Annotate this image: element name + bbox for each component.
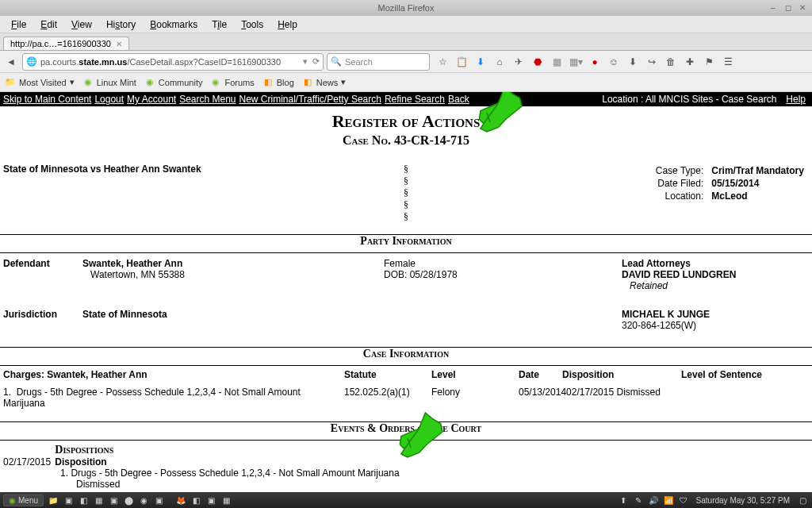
charge-row: 1. Drugs - 5th Degree - Possess Schedule…: [0, 383, 812, 412]
link-myaccount[interactable]: My Account: [127, 94, 176, 105]
search-input[interactable]: 🔍 Search: [327, 53, 430, 71]
rss-icon: ◧: [302, 77, 313, 88]
section-divider: §§§§§: [390, 164, 423, 223]
link-refine[interactable]: Refine Search: [385, 94, 445, 105]
taskbar-clock[interactable]: Saturday May 30, 5:27 PM: [693, 496, 793, 505]
app-icon[interactable]: ▦: [92, 494, 105, 506]
download2-icon[interactable]: ⬇: [626, 56, 639, 68]
defendant-demographics: Female DOB: 05/28/1978: [384, 258, 622, 291]
bookmark-most-visited[interactable]: 📁Most Visited ▾: [5, 77, 75, 88]
link-logout[interactable]: Logout: [94, 94, 124, 105]
bookmark-community[interactable]: ◉Community: [144, 77, 203, 88]
defendant-info: Swantek, Heather Ann Watertown, MN 55388: [82, 258, 384, 291]
files-icon[interactable]: 📁: [47, 494, 59, 506]
dropdown-icon[interactable]: ▾: [303, 56, 308, 67]
addon-icon[interactable]: ✚: [684, 56, 696, 68]
grid-icon[interactable]: ▦: [550, 56, 563, 68]
taskbar: ◉ Menu 📁 ▣ ◧ ▦ ▣ ⬤ ◉ ▣ 🦊 ◧ ▣ ▦ ⬆ ✎ 🔊 📶 🛡…: [0, 492, 812, 508]
tabbar: http://pa.c…=1616900330 ✕: [0, 33, 812, 51]
hamburger-icon[interactable]: ☰: [722, 56, 734, 68]
menu-history[interactable]: History: [100, 17, 142, 32]
tray-icon[interactable]: ⬆: [617, 494, 630, 506]
reload-icon[interactable]: ⟳: [312, 56, 320, 67]
flag-icon[interactable]: ⚑: [703, 56, 715, 68]
app-icon[interactable]: ▦: [220, 494, 232, 506]
arrow-icon[interactable]: ↪: [645, 56, 658, 68]
shield-icon[interactable]: 🛡: [677, 494, 690, 506]
jurisdiction: State of Minnesota: [82, 309, 384, 331]
menubar: File Edit View History Bookmarks Tile To…: [0, 16, 812, 33]
app-icon[interactable]: ⬤: [122, 494, 135, 506]
charges-header: Charges: Swantek, Heather Ann Statute Le…: [0, 366, 812, 383]
grid2-icon[interactable]: ▦▾: [569, 56, 582, 68]
minimize-icon[interactable]: –: [771, 3, 780, 13]
window-title: Mozilla Firefox: [378, 3, 435, 13]
page-content: Skip to Main Content Logout My Account S…: [0, 92, 812, 492]
bookmark-linux-mint[interactable]: ◉Linux Mint: [82, 77, 136, 88]
menu-tile[interactable]: Tile: [205, 17, 233, 32]
terminal-icon[interactable]: ▣: [62, 494, 75, 506]
firefox-icon[interactable]: 🦊: [174, 494, 187, 506]
lead-attorneys: Lead Attorneys DAVID REED LUNDGREN Retai…: [622, 258, 809, 291]
url-text: pa.courts.state.mn.us/CaseDetail.aspx?Ca…: [40, 57, 303, 67]
link-help[interactable]: Help: [786, 94, 806, 105]
app-icon[interactable]: ▣: [152, 494, 165, 506]
app-icon[interactable]: ◧: [190, 494, 202, 506]
clipboard-icon[interactable]: 📋: [455, 56, 468, 68]
menu-help[interactable]: Help: [271, 17, 304, 32]
star-icon[interactable]: ☆: [436, 56, 449, 68]
volume-icon[interactable]: 🔊: [647, 494, 660, 506]
location-text: Location : All MNCIS Sites - Case Search: [602, 94, 776, 105]
browser-tab[interactable]: http://pa.c…=1616900330 ✕: [3, 37, 129, 50]
send-icon[interactable]: ✈: [512, 56, 525, 68]
link-skip[interactable]: Skip to Main Content: [3, 94, 91, 105]
tab-close-icon[interactable]: ✕: [116, 40, 122, 48]
mint-icon: ◉: [144, 77, 155, 88]
adblock-icon[interactable]: ⬣: [531, 56, 544, 68]
maximize-icon[interactable]: ◻: [785, 3, 795, 13]
search-placeholder: Search: [345, 57, 373, 67]
jurisdiction-label: Jurisdiction: [3, 309, 82, 331]
tab-title: http://pa.c…=1616900330: [10, 39, 111, 48]
link-searchmenu[interactable]: Search Menu: [179, 94, 236, 105]
home-icon[interactable]: ⌂: [493, 56, 506, 68]
app-icon[interactable]: ▣: [107, 494, 120, 506]
app-icon[interactable]: ▣: [205, 494, 217, 506]
taskbar-running: 🦊 ◧ ▣ ▦: [174, 494, 232, 506]
window-titlebar: Mozilla Firefox – ◻ ✕: [0, 0, 812, 16]
bookmark-blog[interactable]: ◧Blog: [262, 77, 294, 88]
download-icon[interactable]: ⬇: [474, 56, 487, 68]
link-newsearch[interactable]: New Criminal/Traffic/Petty Search: [239, 94, 381, 105]
system-tray: ⬆ ✎ 🔊 📶 🛡: [617, 494, 690, 506]
show-desktop-icon[interactable]: ▢: [796, 494, 809, 506]
network-icon[interactable]: 📶: [662, 494, 675, 506]
taskbar-launchers: 📁 ▣ ◧ ▦ ▣ ⬤ ◉ ▣: [47, 494, 165, 506]
start-menu-button[interactable]: ◉ Menu: [3, 495, 44, 506]
case-meta: Case Type:Crim/Traf Mandatory Date Filed…: [422, 164, 809, 223]
menu-bookmarks[interactable]: Bookmarks: [144, 17, 204, 32]
close-icon[interactable]: ✕: [799, 3, 809, 13]
url-input[interactable]: 🌐 pa.courts.state.mn.us/CaseDetail.aspx?…: [22, 53, 324, 71]
menu-file[interactable]: File: [5, 17, 33, 32]
page-title: Register of Actions: [0, 111, 812, 132]
case-number: Case No. 43-CR-14-715: [0, 133, 812, 148]
back-button[interactable]: ◄: [3, 54, 19, 70]
globe-icon: 🌐: [26, 56, 37, 67]
app-icon[interactable]: ◧: [77, 494, 90, 506]
app-icon[interactable]: ◉: [137, 494, 150, 506]
menu-edit[interactable]: Edit: [34, 17, 63, 32]
section-events: Events & Orders of the Court: [0, 422, 812, 435]
navbar: ◄ 🌐 pa.courts.state.mn.us/CaseDetail.asp…: [0, 51, 812, 73]
bookmark-news[interactable]: ◧News ▾: [302, 77, 347, 88]
menu-view[interactable]: View: [65, 17, 98, 32]
menu-tools[interactable]: Tools: [235, 17, 270, 32]
smiley-icon[interactable]: ☺: [607, 56, 620, 68]
tray-icon[interactable]: ✎: [632, 494, 645, 506]
red-dot-icon[interactable]: ●: [588, 56, 601, 68]
attorney2: MICHAEL K JUNGE 320-864-1265(W): [622, 309, 809, 331]
case-title: State of Minnesota vs Heather Ann Swante…: [3, 164, 390, 223]
mint-icon: ◉: [82, 77, 94, 88]
bookmark-forums[interactable]: ◉Forums: [210, 77, 254, 88]
link-back[interactable]: Back: [448, 94, 469, 105]
trash-icon[interactable]: 🗑: [665, 56, 677, 68]
